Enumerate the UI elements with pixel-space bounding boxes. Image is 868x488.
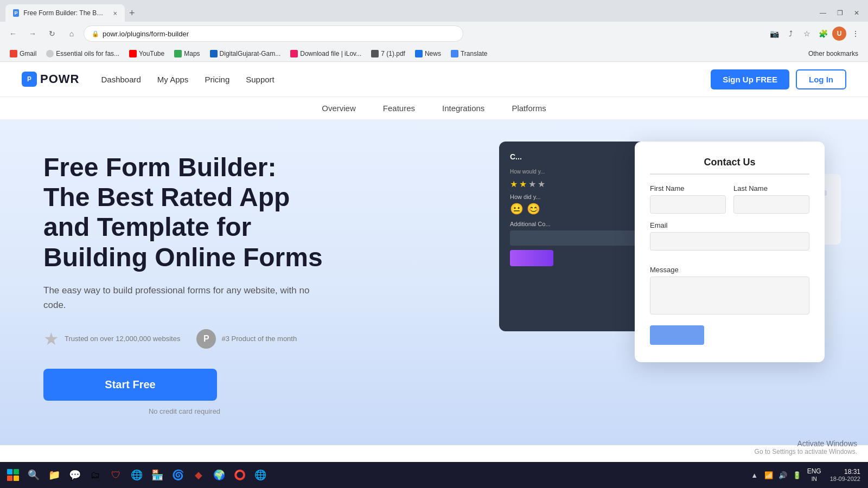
email-group: Email — [650, 221, 809, 258]
taskbar-chrome2[interactable]: 🌐 — [251, 465, 270, 485]
share-icon[interactable]: ⤴ — [783, 27, 797, 41]
nav-dashboard[interactable]: Dashboard — [101, 75, 141, 84]
signup-button[interactable]: Sign Up FREE — [711, 69, 789, 89]
subnav-features[interactable]: Features — [383, 104, 415, 113]
sound-icon[interactable]: 🔊 — [777, 469, 789, 481]
subnav-platforms[interactable]: Platforms — [512, 104, 546, 113]
tab-title: Free Form Builder: The Best Rate... — [23, 9, 105, 17]
bookmark-gmail[interactable]: Gmail — [5, 49, 41, 59]
bookmark-translate[interactable]: Translate — [446, 49, 492, 59]
badge-websites-text: Trusted on over 12,000,000 websites — [65, 334, 180, 344]
hero-content-left: Free Form Builder: The Best Rated App an… — [43, 152, 326, 415]
taskbar: 🔍 📁 💬 🗂 🛡 🌐 🏪 🌀 ◆ 🌍 ⭕ 🌐 ▲ 📶 🔊 🔋 ENG IN — [0, 462, 868, 488]
taskbar-globe[interactable]: 🌍 — [209, 465, 229, 485]
login-button[interactable]: Log In — [796, 69, 846, 89]
nav-pricing[interactable]: Pricing — [205, 75, 229, 84]
forward-button[interactable]: → — [25, 26, 40, 41]
language-display[interactable]: ENG IN — [805, 466, 824, 484]
taskbar-antivirus[interactable]: 🛡 — [106, 465, 126, 485]
home-button[interactable]: ⌂ — [64, 26, 79, 41]
restore-button[interactable]: ❐ — [834, 8, 846, 18]
emoji-1: 😐 — [510, 202, 524, 215]
taskbar-chrome[interactable]: 🌐 — [127, 465, 146, 485]
bookmark-essential-oils[interactable]: Essential oils for fas... — [42, 49, 124, 59]
taskbar-store[interactable]: 🏪 — [148, 465, 167, 485]
toolbar-icons: 📷 ⤴ ☆ 🧩 U ⋮ — [767, 27, 863, 41]
minimize-button[interactable]: — — [816, 8, 829, 18]
lang-sub: IN — [812, 476, 817, 482]
tray-arrow-up[interactable]: ▲ — [749, 469, 761, 481]
star-2[interactable]: ★ — [519, 179, 527, 189]
dark-submit-btn[interactable] — [510, 250, 553, 266]
camera-icon[interactable]: 📷 — [767, 27, 781, 41]
start-button[interactable] — [3, 465, 23, 485]
taskbar-diamond[interactable]: ◆ — [189, 465, 208, 485]
site-navigation: P POWR Dashboard My Apps Pricing Support… — [0, 62, 868, 97]
taskbar-teams[interactable]: 💬 — [65, 465, 85, 485]
taskbar-edge[interactable]: 🌀 — [168, 465, 188, 485]
badge-websites: ★ Trusted on over 12,000,000 websites — [43, 329, 180, 349]
youtube-favicon — [129, 50, 137, 57]
nav-links: Dashboard My Apps Pricing Support — [101, 75, 274, 84]
message-input[interactable] — [650, 277, 809, 314]
extensions-icon[interactable]: 🧩 — [816, 27, 830, 41]
edge-icon: 🌀 — [172, 469, 184, 481]
sub-navigation: Overview Features Integrations Platforms — [0, 97, 868, 120]
network-icon[interactable]: 📶 — [763, 469, 775, 481]
bookmark-dg-label: DigitalGujarat-Gam... — [220, 50, 281, 57]
close-button[interactable]: ✕ — [851, 8, 863, 18]
globe-icon: 🌍 — [213, 469, 225, 481]
site-logo[interactable]: P POWR — [22, 72, 79, 87]
bookmark-maps[interactable]: Maps — [170, 49, 204, 59]
message-group: Message — [650, 266, 809, 325]
start-free-button[interactable]: Start Free — [43, 369, 217, 401]
activate-windows-title: Activate Windows — [755, 439, 857, 448]
battery-icon[interactable]: 🔋 — [791, 469, 803, 481]
subnav-overview[interactable]: Overview — [322, 104, 356, 113]
translate-favicon — [451, 50, 458, 57]
star-icon: ★ — [43, 329, 59, 349]
star-4[interactable]: ★ — [538, 179, 545, 189]
email-input[interactable] — [650, 232, 809, 251]
bookmarks-bar: Gmail Essential oils for fas... YouTube … — [0, 46, 868, 62]
back-button[interactable]: ← — [5, 26, 21, 41]
hero-section: Free Form Builder: The Best Rated App an… — [0, 120, 868, 445]
taskbar-search[interactable]: 🔍 — [24, 465, 43, 485]
taskbar-file-explorer[interactable]: 📁 — [44, 465, 64, 485]
profile-icon[interactable]: U — [832, 27, 846, 41]
taskbar-opera[interactable]: ⭕ — [230, 465, 250, 485]
hero-forms-preview: C... How would y... ★ ★ ★ ★ How did y...… — [499, 142, 825, 413]
bookmark-news[interactable]: News — [411, 49, 445, 59]
reload-button[interactable]: ↻ — [44, 26, 60, 41]
store-icon: 🏪 — [151, 469, 163, 481]
hero-description: The easy way to build professional forms… — [43, 283, 326, 312]
star-1[interactable]: ★ — [510, 179, 518, 189]
tab-favicon: P — [13, 9, 19, 17]
teams-icon: 💬 — [69, 469, 81, 481]
bookmark-youtube[interactable]: YouTube — [125, 49, 169, 59]
time-display[interactable]: 18:31 18-09-2022 — [826, 467, 865, 483]
tab-close-btn[interactable]: × — [113, 9, 117, 17]
new-tab-button[interactable]: + — [125, 5, 139, 21]
subnav-integrations[interactable]: Integrations — [442, 104, 484, 113]
first-name-input[interactable] — [650, 195, 726, 214]
last-name-input[interactable] — [733, 195, 809, 214]
bookmark-pdf-label: 7 (1).pdf — [381, 50, 405, 57]
bookmark-star-icon[interactable]: ☆ — [800, 27, 814, 41]
bookmark-pdf[interactable]: 7 (1).pdf — [367, 49, 410, 59]
nav-myapps[interactable]: My Apps — [157, 75, 189, 84]
badge-product-text: #3 Product of the month — [221, 334, 297, 344]
address-box[interactable]: 🔒 powr.io/plugins/form-builder — [84, 25, 463, 42]
page-content: P POWR Dashboard My Apps Pricing Support… — [0, 62, 868, 488]
other-bookmarks[interactable]: Other bookmarks — [804, 49, 863, 59]
nav-support[interactable]: Support — [246, 75, 275, 84]
taskbar-files[interactable]: 🗂 — [86, 465, 105, 485]
contact-submit-button[interactable] — [650, 325, 704, 345]
bookmark-digitalgujarat[interactable]: DigitalGujarat-Gam... — [206, 49, 285, 59]
diamond-icon: ◆ — [195, 469, 202, 481]
star-3[interactable]: ★ — [528, 179, 536, 189]
date-text: 18-09-2022 — [830, 476, 860, 482]
active-tab[interactable]: P Free Form Builder: The Best Rate... × — [5, 4, 125, 22]
bookmark-ilovepdf[interactable]: Download file | iLov... — [286, 49, 366, 59]
menu-icon[interactable]: ⋮ — [848, 27, 863, 41]
